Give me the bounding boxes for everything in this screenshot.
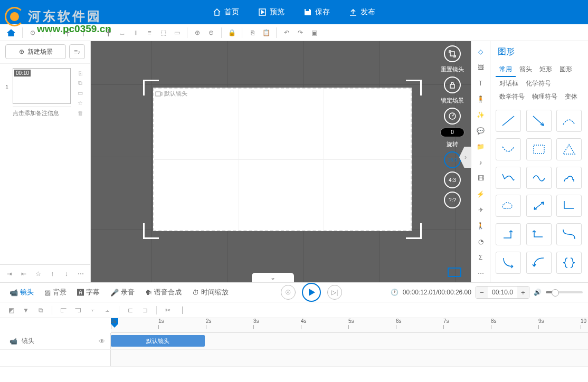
redo-icon[interactable]: ↷ xyxy=(293,26,307,40)
camera-frame[interactable] xyxy=(146,82,419,236)
shape-wave[interactable] xyxy=(526,167,552,189)
mid-tab-camera[interactable]: 📹镜头 xyxy=(5,285,38,299)
tt-align3-icon[interactable]: ⫟ xyxy=(87,304,99,316)
save-button[interactable]: 保存 xyxy=(294,0,339,24)
star-icon[interactable]: ☆ xyxy=(33,268,44,280)
ratio-169-button[interactable]: 16:9 xyxy=(444,151,461,168)
folder-tool-icon[interactable]: 📁 xyxy=(473,139,489,154)
shapes-tab-common[interactable]: 常用 xyxy=(496,63,516,77)
shape-arc-dash[interactable] xyxy=(556,110,582,132)
rotation-value[interactable]: 0 xyxy=(440,128,464,137)
track-visibility-icon[interactable]: 👁 xyxy=(99,338,105,345)
more-tool-icon[interactable]: ⋯ xyxy=(473,266,489,281)
stepper-plus[interactable]: + xyxy=(517,286,529,298)
more-icon[interactable]: ⋯ xyxy=(75,268,86,280)
music-tool-icon[interactable]: ♪ xyxy=(473,155,489,170)
shapes-tab-math[interactable]: 数学符号 xyxy=(496,90,528,103)
shape-rect-dash[interactable] xyxy=(526,138,552,160)
aspect-indicator-icon[interactable] xyxy=(448,268,461,277)
shape-curve-arrow2[interactable] xyxy=(526,252,552,274)
mid-tab-tts[interactable]: 🗣语音合成 xyxy=(141,285,186,299)
tt-group-icon[interactable]: ⧉ xyxy=(35,304,46,316)
mid-tab-record[interactable]: 🎤录音 xyxy=(106,285,139,299)
plane-tool-icon[interactable]: ✈ xyxy=(473,203,489,217)
walk-tool-icon[interactable]: 🚶 xyxy=(473,218,489,233)
shape-brace[interactable] xyxy=(556,252,582,274)
shape-elbow[interactable] xyxy=(556,195,582,217)
shape-triangle-dash[interactable] xyxy=(556,138,582,160)
layers-icon[interactable]: ▣ xyxy=(307,26,321,40)
prev-frame-button[interactable]: ⦾ xyxy=(281,285,296,300)
shape-cloud-dash[interactable] xyxy=(496,195,521,217)
zoom-in-icon[interactable]: ⊕ xyxy=(191,26,204,40)
new-scene-button[interactable]: ⊕ 新建场景 xyxy=(5,44,66,59)
formula-tool-icon[interactable]: Σ xyxy=(473,250,489,265)
tt-align4-icon[interactable]: ⫠ xyxy=(102,304,113,316)
zoom-out-icon[interactable]: ⊖ xyxy=(204,26,218,40)
duration-stepper[interactable]: − 00:10.0 + xyxy=(476,286,529,299)
timeline-ruler[interactable]: 0s 1s 2s 3s 4s 5s 6s 7s 8s 9s 10 xyxy=(111,318,588,333)
shape-arrow[interactable] xyxy=(526,110,552,132)
shapes-tab-arrow[interactable]: 箭头 xyxy=(516,63,536,77)
canvas-expand-down[interactable]: ⌄ xyxy=(252,273,294,282)
shape-cloud-partial[interactable] xyxy=(556,167,582,189)
scene-list-button[interactable]: ≡♪ xyxy=(69,44,85,59)
copy-icon[interactable]: ⎘ xyxy=(245,26,259,40)
volume-icon[interactable]: 🔊 xyxy=(534,289,542,296)
home-button[interactable]: 首页 xyxy=(203,0,249,24)
character-tool-icon[interactable]: 🧍 xyxy=(473,92,489,107)
tt-link1-icon[interactable]: ⊏ xyxy=(125,304,136,316)
play-button[interactable] xyxy=(302,283,321,302)
shapes-tab-chem[interactable]: 化学符号 xyxy=(522,77,555,90)
tt-filter-icon[interactable]: ▼ xyxy=(20,304,32,316)
distribute-h-icon[interactable]: ⫴ xyxy=(129,26,143,40)
scene-thumbnail[interactable]: 00:10 xyxy=(13,68,71,104)
undo-icon[interactable]: ↶ xyxy=(280,26,293,40)
flash-tool-icon[interactable]: ⚡ xyxy=(473,187,489,202)
text-tool-icon[interactable]: T xyxy=(473,76,489,91)
move-down-icon[interactable]: ↓ xyxy=(61,268,72,280)
shape-double-arrow[interactable] xyxy=(526,195,552,217)
shapes-tab-phys[interactable]: 物理符号 xyxy=(528,90,561,103)
shapes-tool-icon[interactable]: ◇ xyxy=(473,44,489,59)
shapes-tab-dialog[interactable]: 对话框 xyxy=(496,77,522,90)
move-up-icon[interactable]: ↑ xyxy=(46,268,58,280)
preview-button[interactable]: 预览 xyxy=(249,0,294,24)
lock-icon[interactable]: 🔒 xyxy=(225,26,239,40)
publish-button[interactable]: 发布 xyxy=(339,0,385,24)
align-bottom-icon[interactable]: ⎵ xyxy=(115,26,129,40)
distribute-v-icon[interactable]: ≡ xyxy=(143,26,156,40)
tt-align1-icon[interactable]: ⫍ xyxy=(58,304,69,316)
ratio-custom-button[interactable]: ?:? xyxy=(444,192,461,208)
tt-align2-icon[interactable]: ⫎ xyxy=(72,304,84,316)
tt-split-icon[interactable]: ⎮ xyxy=(177,304,188,316)
track-content[interactable]: 默认镜头 xyxy=(111,333,588,349)
shapes-tab-circle[interactable]: 圆形 xyxy=(556,63,576,77)
tt-link2-icon[interactable]: ⊐ xyxy=(139,304,151,316)
same-height-icon[interactable]: ▭ xyxy=(170,26,184,40)
rotation-dial[interactable] xyxy=(444,108,461,125)
same-width-icon[interactable]: ⬚ xyxy=(156,26,170,40)
next-frame-button[interactable]: ▷| xyxy=(327,285,342,300)
tt-snap-icon[interactable]: ◩ xyxy=(5,304,17,316)
scene-duplicate-icon[interactable]: ⧉ xyxy=(75,80,85,87)
mid-tab-timescale[interactable]: ⏱时间缩放 xyxy=(188,285,233,299)
scene-copy-icon[interactable]: ⎘ xyxy=(75,70,85,77)
lock-scene-button[interactable] xyxy=(444,77,461,93)
scene-item[interactable]: 1 00:10 点击添加备注信息 ⎘ ⧉ ▭ ☆ 🗑 xyxy=(5,68,85,120)
shapes-tab-rect[interactable]: 矩形 xyxy=(536,63,556,77)
shape-elbow-arrow[interactable] xyxy=(496,223,521,245)
import-icon[interactable]: ⇥ xyxy=(4,268,15,280)
export-icon[interactable]: ⇤ xyxy=(18,268,30,280)
reset-camera-button[interactable] xyxy=(444,45,461,62)
scene-star-icon[interactable]: ☆ xyxy=(75,100,85,107)
shape-squiggle[interactable] xyxy=(496,167,521,189)
ratio-43-button[interactable]: 4:3 xyxy=(444,171,461,188)
shape-arc-dash2[interactable] xyxy=(496,138,521,160)
shape-curve-arrow[interactable] xyxy=(496,252,521,274)
volume-slider[interactable] xyxy=(546,291,583,293)
video-tool-icon[interactable]: 🎞 xyxy=(473,171,489,186)
shape-line[interactable] xyxy=(496,110,521,132)
tt-cut-icon[interactable]: ✂ xyxy=(162,304,174,316)
scene-props-icon[interactable]: ▭ xyxy=(75,90,85,97)
